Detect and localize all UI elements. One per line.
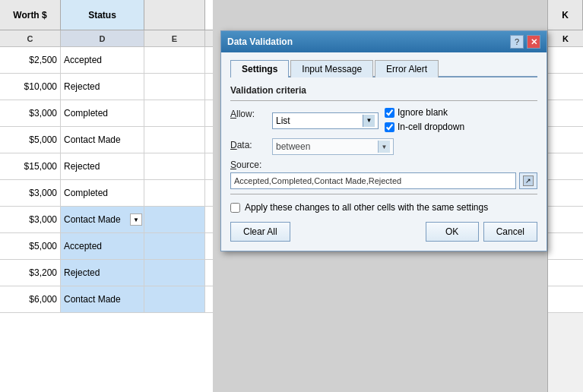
- right-column-area: K K: [547, 0, 583, 392]
- table-row: $5,000 Contact Made: [0, 127, 213, 153]
- extra-cell: [144, 180, 205, 206]
- help-button[interactable]: ?: [510, 35, 524, 49]
- apply-divider: [230, 194, 537, 194]
- right-row: [548, 233, 583, 260]
- worth-cell: $6,000: [0, 286, 61, 312]
- allow-select-arrow-icon[interactable]: ▼: [363, 115, 375, 127]
- data-rows: $2,500 Accepted $10,000 Rejected $3,000 …: [0, 47, 213, 313]
- worth-cell: $5,000: [0, 127, 61, 153]
- col-k-header: K: [548, 0, 583, 30]
- worth-cell: $10,000: [0, 74, 61, 100]
- dialog-titlebar: Data Validation ? ✕: [221, 31, 547, 52]
- apply-row: Apply these changes to all other cells w…: [230, 202, 537, 213]
- status-cell[interactable]: Accepted: [61, 47, 144, 73]
- dialog-title: Data Validation: [227, 36, 293, 47]
- apply-changes-label: Apply these changes to all other cells w…: [245, 202, 488, 213]
- data-row: Data: between ▼: [230, 138, 537, 155]
- allow-row: Allow: List ▼ Ignore blank In-cell dropd…: [230, 107, 537, 134]
- tab-error-alert[interactable]: Error Alert: [375, 60, 439, 77]
- source-row: Source: ↗: [230, 160, 537, 189]
- tab-input-message[interactable]: Input Message: [290, 60, 373, 77]
- data-label: Data:: [230, 138, 272, 150]
- data-validation-dialog: Data Validation ? ✕ Settings Input Messa…: [220, 30, 547, 251]
- dialog-buttons: Clear All OK Cancel: [230, 219, 537, 245]
- status-cell[interactable]: Contact Made: [61, 286, 144, 312]
- extra-cell: [144, 153, 205, 179]
- col-e-header: [144, 0, 205, 30]
- col-c-title: Worth $: [13, 10, 46, 21]
- table-row: $3,000 Completed: [0, 100, 213, 127]
- in-cell-dropdown-label: In-cell dropdown: [398, 122, 464, 132]
- in-cell-dropdown-checkbox[interactable]: [385, 122, 394, 132]
- tab-settings[interactable]: Settings: [230, 60, 289, 77]
- table-row: $6,000 Contact Made: [0, 286, 213, 313]
- worth-cell: $2,500: [0, 47, 61, 73]
- extra-cell: [144, 233, 205, 259]
- section-title: Validation criteria: [230, 85, 537, 96]
- table-row: $5,000 Accepted: [0, 233, 213, 260]
- close-button[interactable]: ✕: [527, 35, 540, 49]
- grid-select-icon: ↗: [523, 175, 534, 186]
- source-input-row: ↗: [230, 172, 537, 189]
- data-select-arrow-icon: ▼: [378, 141, 390, 153]
- ignore-blank-row: Ignore blank: [385, 107, 464, 118]
- allow-select[interactable]: List ▼: [272, 112, 379, 129]
- worth-cell: $3,000: [0, 207, 61, 232]
- right-row: [548, 127, 583, 153]
- table-row: $10,000 Rejected: [0, 74, 213, 100]
- status-cell[interactable]: Rejected: [61, 260, 144, 286]
- column-header-row: Worth $ Status: [0, 0, 213, 30]
- table-row: $3,000 Contact Made ▼: [0, 207, 213, 233]
- ignore-blank-label: Ignore blank: [398, 107, 448, 118]
- table-row: $3,200 Rejected: [0, 260, 213, 286]
- apply-changes-checkbox[interactable]: [230, 203, 240, 213]
- extra-cell: [144, 207, 205, 232]
- dialog-body: Settings Input Message Error Alert Valid…: [221, 52, 547, 251]
- col-c-label: C: [0, 30, 61, 46]
- clear-all-button[interactable]: Clear All: [230, 222, 290, 242]
- status-cell[interactable]: Rejected: [61, 74, 144, 100]
- status-cell[interactable]: Contact Made ▼: [61, 207, 144, 232]
- col-k-label: K: [548, 30, 583, 47]
- status-cell[interactable]: Completed: [61, 100, 144, 126]
- right-row: [548, 207, 583, 233]
- in-cell-dropdown-row: In-cell dropdown: [385, 122, 464, 132]
- right-row: [548, 260, 583, 286]
- status-cell[interactable]: Completed: [61, 180, 144, 206]
- table-row: $2,500 Accepted: [0, 47, 213, 74]
- allow-label: Allow:: [230, 107, 272, 119]
- worth-cell: $15,000: [0, 153, 61, 179]
- ok-button[interactable]: OK: [426, 222, 479, 242]
- col-c-header: Worth $: [0, 0, 61, 30]
- col-d-label: D: [61, 30, 144, 46]
- source-input[interactable]: [230, 172, 516, 189]
- col-e-label: E: [144, 30, 205, 46]
- checkboxes: Ignore blank In-cell dropdown: [385, 107, 464, 134]
- source-label: Source:: [230, 160, 537, 170]
- table-row: $3,000 Completed: [0, 180, 213, 207]
- right-row: [548, 47, 583, 74]
- right-row: [548, 100, 583, 127]
- status-cell[interactable]: Accepted: [61, 233, 144, 259]
- spreadsheet: Worth $ Status C D E $2,500 Accepted $10…: [0, 0, 213, 392]
- col-d-header: Status: [61, 0, 144, 30]
- right-row: [548, 153, 583, 180]
- right-row: [548, 180, 583, 207]
- status-cell[interactable]: Rejected: [61, 153, 144, 179]
- ignore-blank-checkbox[interactable]: [385, 108, 394, 118]
- col-letter-row: C D E: [0, 30, 213, 47]
- dropdown-arrow-icon[interactable]: ▼: [130, 213, 142, 226]
- worth-cell: $3,200: [0, 260, 61, 286]
- table-row: $15,000 Rejected: [0, 153, 213, 180]
- col-d-title: Status: [88, 10, 116, 21]
- data-select[interactable]: between ▼: [272, 138, 394, 155]
- dialog-controls: ? ✕: [510, 35, 540, 49]
- source-browse-button[interactable]: ↗: [519, 172, 537, 189]
- allow-controls: List ▼ Ignore blank In-cell dropdown: [272, 107, 464, 134]
- extra-cell: [144, 127, 205, 153]
- cancel-button[interactable]: Cancel: [483, 222, 537, 242]
- extra-cell: [144, 286, 205, 312]
- section-divider: [230, 100, 537, 101]
- status-cell[interactable]: Contact Made: [61, 127, 144, 153]
- right-row: [548, 286, 583, 313]
